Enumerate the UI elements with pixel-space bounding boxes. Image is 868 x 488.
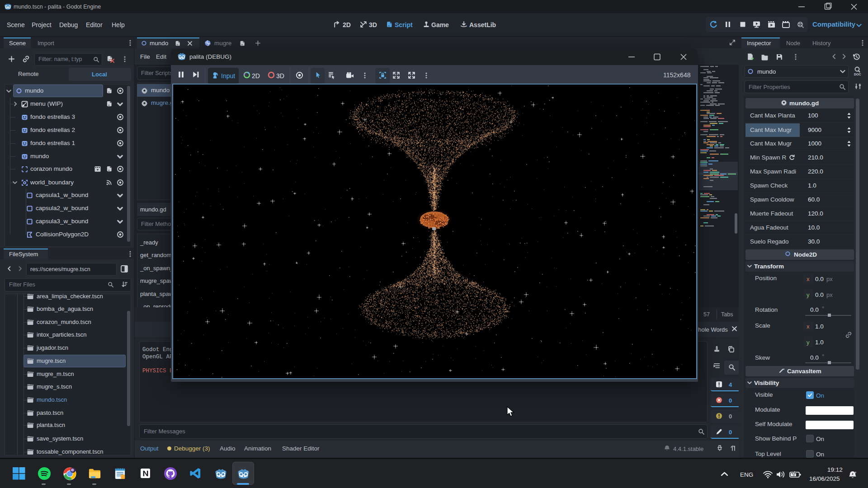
svg-text:z: z xyxy=(852,472,854,475)
svg-text:z: z xyxy=(855,471,856,474)
svg-text:DOC: DOC xyxy=(854,73,861,76)
